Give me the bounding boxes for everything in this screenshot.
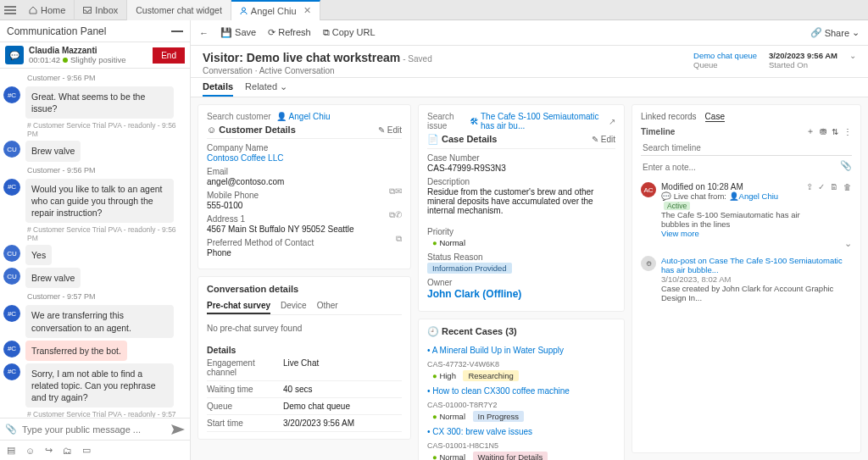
status-pill: Active xyxy=(664,202,690,210)
case-icon: 🛠 xyxy=(470,117,478,126)
timeline-sub: The Cafe S-100 Semiautomatic has air bub… xyxy=(661,210,801,229)
customer-link[interactable]: 👤Angel Chiu xyxy=(276,112,331,121)
message-row: CUBrew valve xyxy=(3,141,186,161)
note-icon[interactable]: 🗎 xyxy=(830,182,838,238)
send-icon[interactable] xyxy=(171,424,185,435)
message-row: #CWould you like to talk to an agent who… xyxy=(3,179,186,224)
message-row: #CSorry, I am not able to find a related… xyxy=(3,363,186,408)
end-button[interactable]: End xyxy=(153,47,185,64)
session-toolbar: ▤ ☺ ↪ 🗂 ▭ xyxy=(0,440,190,460)
message-meta: # Customer Service Trial PVA - readonly … xyxy=(3,121,186,138)
owner-link[interactable]: John Clark (Offline) xyxy=(427,288,615,300)
filter-icon[interactable]: ⛃ xyxy=(820,127,826,136)
avatar: #C xyxy=(3,179,20,196)
linked-tab-case[interactable]: Case xyxy=(705,112,725,122)
copy-icon[interactable]: ⧉ xyxy=(396,234,402,244)
timeline-search-input[interactable] xyxy=(641,141,852,156)
message-bubble: Yes xyxy=(25,245,52,265)
message-bubble: Would you like to talk to an agent who c… xyxy=(25,179,174,224)
chevron-down-icon[interactable]: ⌄ xyxy=(641,238,852,249)
minimize-icon[interactable] xyxy=(171,30,183,32)
message-bubble: We are transferring this conversation to… xyxy=(25,305,174,337)
attach-icon[interactable]: 📎 xyxy=(5,424,17,435)
phone-icon[interactable]: ✆ xyxy=(395,210,402,219)
message-bubble: Brew valve xyxy=(25,268,81,288)
message-meta: # Customer Service Trial PVA - readonly … xyxy=(3,410,186,418)
chevron-down-icon[interactable]: ⌄ xyxy=(849,51,856,69)
delete-icon[interactable]: 🗑 xyxy=(843,182,852,238)
attach-icon[interactable]: 📎 xyxy=(840,160,852,171)
message-row: #CGreat. What seems to be the issue? xyxy=(3,86,186,119)
case-link[interactable]: 🛠The Cafe S-100 Semiautomatic has air bu… xyxy=(470,112,604,130)
copy-icon[interactable]: ⧉ xyxy=(389,186,395,197)
message-input[interactable] xyxy=(22,424,166,435)
company-link[interactable]: Contoso Coffee LLC xyxy=(207,153,402,163)
open-icon[interactable]: ↗ xyxy=(609,117,615,126)
sort-icon[interactable]: ⇅ xyxy=(832,127,838,136)
sentiment-label: Slightly positive xyxy=(70,55,125,64)
priority-badge: Normal xyxy=(427,237,470,248)
email-value: angel@contoso.com xyxy=(207,177,402,186)
tab-home-label: Home xyxy=(41,5,65,15)
message-bubble: Great. What seems to be the issue? xyxy=(25,86,174,119)
avatar: #C xyxy=(3,363,20,380)
copy-icon[interactable]: ⧉ xyxy=(389,210,395,220)
tool-note-icon[interactable]: 🗂 xyxy=(63,446,72,456)
recent-case-link[interactable]: • CX 300: brew valve issues xyxy=(427,427,615,436)
view-more-link[interactable]: View more xyxy=(661,229,801,238)
timeline-person-link[interactable]: 👤Angel Chiu xyxy=(729,191,778,201)
tab-widget[interactable]: Customer chat widget xyxy=(127,0,231,20)
refresh-button[interactable]: ⟳ Refresh xyxy=(268,27,311,38)
tab-related[interactable]: Related ⌄ xyxy=(245,81,287,97)
recent-case-number: CAS-01001-H8C1N5 xyxy=(427,441,615,450)
message-meta: # Customer Service Trial PVA - readonly … xyxy=(3,225,186,242)
tab-active[interactable]: Angel Chiu ✕ xyxy=(231,0,320,20)
tool-chat-icon[interactable]: ▭ xyxy=(82,445,91,456)
timestamp-row: Customer - 9:56 PM xyxy=(3,164,186,176)
tool-kb-icon[interactable]: ▤ xyxy=(7,445,15,456)
assign-icon[interactable]: ⇪ xyxy=(806,182,813,238)
edit-customer-button[interactable]: ✎ Edit xyxy=(378,125,402,135)
recent-case-link[interactable]: • How to clean CX300 coffee machine xyxy=(427,386,615,396)
tab-details[interactable]: Details xyxy=(203,81,233,97)
timeline-note-input[interactable] xyxy=(641,159,840,175)
save-status: - Saved xyxy=(403,54,431,64)
subtab-prechat[interactable]: Pre-chat survey xyxy=(207,301,270,314)
edit-case-button[interactable]: ✎ Edit xyxy=(592,135,615,144)
subtab-device[interactable]: Device xyxy=(281,301,307,314)
tool-person-icon[interactable]: ☺ xyxy=(25,446,35,456)
avatar: AC xyxy=(641,182,656,197)
contact-method-value: Phone xyxy=(207,248,402,258)
back-icon[interactable]: ← xyxy=(199,28,209,38)
panel-title: Communication Panel xyxy=(7,25,106,37)
case-description: Residue from the customer's brew and oth… xyxy=(427,187,615,215)
person-icon: 👤 xyxy=(729,191,739,201)
share-button[interactable]: 🔗Share ⌄ xyxy=(810,27,860,38)
breadcrumb: Conversation · Active Conversation xyxy=(203,66,432,75)
close-icon[interactable]: ✕ xyxy=(303,5,311,16)
chat-icon: 💬 xyxy=(661,191,671,201)
tab-home[interactable]: Home xyxy=(20,0,75,20)
linked-records-label: Linked records xyxy=(641,112,697,122)
more-icon[interactable]: ⋮ xyxy=(843,127,852,136)
copy-url-button[interactable]: ⧉ Copy URL xyxy=(323,27,376,38)
chevron-down-icon: ⌄ xyxy=(852,27,860,38)
save-button[interactable]: 💾 Save xyxy=(220,27,256,38)
person-icon: 👤 xyxy=(276,112,287,121)
subtab-other[interactable]: Other xyxy=(317,301,338,314)
tab-inbox[interactable]: Inbox xyxy=(75,0,127,20)
recent-case-link[interactable]: • A Mineral Build Up in Water Supply xyxy=(427,346,615,355)
timeline-header: Timeline xyxy=(641,127,675,136)
share-icon: 🔗 xyxy=(810,27,822,38)
message-bubble: Sorry, I am not able to find a related t… xyxy=(25,363,174,408)
status-badge: Waiting for Details xyxy=(473,452,548,460)
chat-timer: 00:01:42 xyxy=(29,55,60,64)
tool-link-icon[interactable]: ↪ xyxy=(45,445,53,456)
hamburger-menu[interactable] xyxy=(0,0,20,20)
add-icon[interactable]: ＋ xyxy=(806,125,815,137)
check-icon[interactable]: ✓ xyxy=(818,182,825,238)
refresh-icon: ⟳ xyxy=(268,27,275,37)
timeline-autopost-link: Auto-post on Case The Cafe S-100 Semiaut… xyxy=(661,256,843,274)
mail-icon[interactable]: ✉ xyxy=(395,186,402,196)
message-row: CUBrew valve xyxy=(3,268,186,288)
